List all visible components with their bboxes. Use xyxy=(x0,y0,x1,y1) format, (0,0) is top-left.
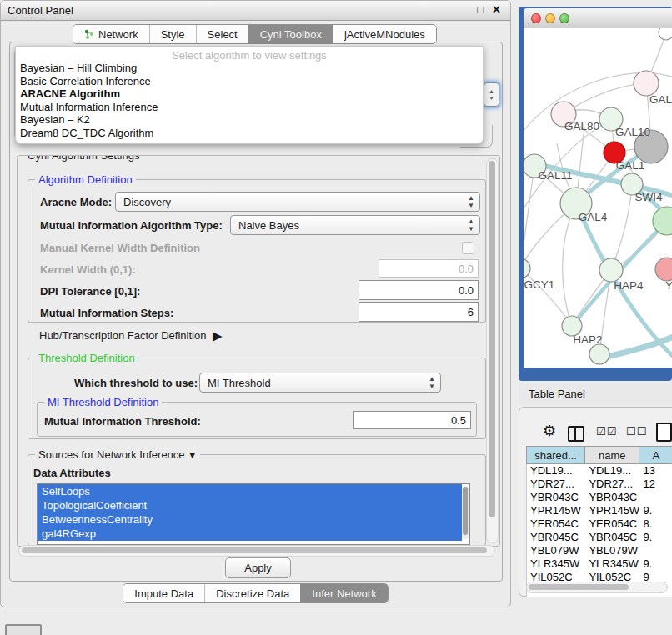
hub-definition-toggle[interactable]: Hub/Transcription Factor Definition ▶ xyxy=(39,328,219,342)
table-cell[interactable]: 8. xyxy=(640,518,672,531)
tab-impute-data[interactable]: Impute Data xyxy=(123,584,204,602)
tab-select[interactable]: Select xyxy=(196,25,248,43)
show-columns-icon[interactable] xyxy=(568,426,584,442)
table-row[interactable]: YLR345WYLR345W9. xyxy=(527,558,672,571)
table-cell[interactable]: YBR043C xyxy=(527,491,585,504)
network-canvas[interactable]: GALGAL80GAL10GAL1GAL11SWI4GAL4GCY1HAP4YH… xyxy=(524,28,672,368)
column-header-shared-[interactable]: shared... xyxy=(526,446,585,464)
table-cell[interactable]: YLR345W xyxy=(527,558,585,571)
minimized-panel-icon[interactable] xyxy=(5,624,42,635)
table-cell[interactable]: 12 xyxy=(640,478,672,491)
manual-kernel-width-checkbox[interactable] xyxy=(462,242,474,254)
control-panel-title: Control Panel xyxy=(8,4,73,17)
table-row[interactable]: YBR043CYBR043C xyxy=(527,491,672,504)
table-cell[interactable]: YBR043C xyxy=(585,491,639,504)
kernel-width-label: Kernel Width (0,1): xyxy=(40,263,136,276)
table-panel-titlebar[interactable]: Table Panel xyxy=(519,383,672,405)
mi-threshold-label: Mutual Information Threshold: xyxy=(44,415,201,428)
network-node-gal[interactable] xyxy=(634,71,659,96)
tab-infer-network[interactable]: Infer Network xyxy=(300,584,387,602)
table-cell[interactable]: YPR145W xyxy=(527,504,585,518)
focused-combo-stepper-icon[interactable]: ▲▼ xyxy=(484,82,499,107)
float-window-icon[interactable]: □ xyxy=(477,3,484,16)
table-cell[interactable]: 9. xyxy=(640,558,672,571)
table-cell[interactable]: YER054C xyxy=(585,518,639,531)
settings-vertical-scrollbar[interactable] xyxy=(486,158,499,543)
algorithm-option-basic-correlation-inference[interactable]: Basic Correlation Inference xyxy=(16,75,483,88)
table-row[interactable]: YDL19...YDL19...13 xyxy=(527,464,672,478)
close-icon[interactable]: ✕ xyxy=(492,3,501,16)
table-cell[interactable]: 13 xyxy=(640,464,672,478)
settings-horizontal-scrollbar[interactable] xyxy=(18,545,495,557)
gear-icon[interactable]: ⚙ xyxy=(543,422,556,439)
unselect-all-columns-icon[interactable]: ☐☐ xyxy=(626,425,647,438)
table-cell[interactable]: 9. xyxy=(640,504,672,518)
table-row[interactable]: YDR27...YDR27...12 xyxy=(527,478,672,491)
algorithm-option-aracne-algorithm[interactable]: ARACNE Algorithm xyxy=(16,88,483,101)
network-node[interactable] xyxy=(659,28,672,40)
table-cell[interactable]: 9. xyxy=(640,531,672,544)
table-cell[interactable]: YBR045C xyxy=(527,531,585,544)
table-row[interactable]: YER054CYER054C8. xyxy=(527,518,672,531)
algorithm-option-mutual-information-inference[interactable]: Mutual Information Inference xyxy=(16,101,483,114)
table-cell[interactable]: YDL19... xyxy=(527,464,585,478)
table-cell[interactable]: YDL19... xyxy=(585,464,639,478)
table-row[interactable]: YBR045CYBR045C9. xyxy=(527,531,672,544)
network-window-titlebar[interactable] xyxy=(524,8,672,29)
table-horizontal-scrollbar[interactable] xyxy=(526,582,668,593)
sources-group-title[interactable]: Sources for Network Inference ▼ xyxy=(35,448,200,461)
table-cell[interactable] xyxy=(640,491,672,504)
column-header-a[interactable]: A xyxy=(639,446,672,464)
attribute-option-topologicalcoefficient[interactable]: TopologicalCoefficient xyxy=(38,498,462,512)
column-header-name[interactable]: name xyxy=(585,446,640,464)
apply-button[interactable]: Apply xyxy=(225,558,291,578)
node-label: HAP4 xyxy=(614,279,644,292)
network-node-y[interactable] xyxy=(655,258,672,281)
which-threshold-select[interactable]: MI Threshold ▲▼ xyxy=(199,372,441,392)
new-table-icon[interactable] xyxy=(656,422,672,442)
mi-threshold-field[interactable]: 0.5 xyxy=(353,411,471,429)
table-body: YDL19...YDL19...13YDR27...YDR27...12YBR0… xyxy=(526,464,672,598)
aracne-mode-select[interactable]: Discovery ▲▼ xyxy=(115,192,480,212)
data-attributes-list[interactable]: SelfLoopsTopologicalCoefficientBetweenne… xyxy=(37,483,470,545)
table-row[interactable]: YBL079WYBL079W xyxy=(527,544,672,558)
attribute-option-selfloops[interactable]: SelfLoops xyxy=(38,484,462,498)
table-row[interactable]: YPR145WYPR145W9. xyxy=(527,504,672,518)
algorithm-option-dream8-dc-tdc-algorithm[interactable]: Dream8 DC_TDC Algorithm xyxy=(16,127,483,140)
table-cell[interactable]: YDR27... xyxy=(527,478,585,491)
algorithm-option-bayesian-hill-climbing[interactable]: Bayesian – Hill Climbing xyxy=(16,62,483,75)
dpi-tolerance-value: 0.0 xyxy=(459,284,474,297)
table-cell[interactable]: YBL079W xyxy=(527,544,585,558)
mac-minimize-icon[interactable] xyxy=(545,13,555,23)
network-node-gcy1[interactable] xyxy=(524,258,530,278)
tab-network[interactable]: Network xyxy=(73,25,149,43)
table-cell[interactable]: YBL079W xyxy=(585,544,639,558)
tab-cyni-toolbox[interactable]: Cyni Toolbox xyxy=(248,25,333,43)
attributes-list-scrollbar[interactable] xyxy=(462,486,469,539)
mac-zoom-icon[interactable] xyxy=(559,13,569,23)
kernel-width-field[interactable]: 0.0 xyxy=(379,259,479,278)
table-cell[interactable]: YDR27... xyxy=(585,478,639,491)
table-cell[interactable] xyxy=(640,544,672,558)
control-panel-titlebar[interactable]: Control Panel □ ✕ xyxy=(1,1,510,21)
mi-steps-value: 6 xyxy=(468,306,474,318)
network-node[interactable] xyxy=(589,344,609,364)
attribute-option-gal4rgexp[interactable]: gal4RGexp xyxy=(38,527,462,541)
mac-close-icon[interactable] xyxy=(531,13,541,23)
dpi-tolerance-field[interactable]: 0.0 xyxy=(359,280,479,300)
tab-style[interactable]: Style xyxy=(149,25,196,43)
table-cell[interactable]: YBR045C xyxy=(585,531,639,544)
network-node-hap4[interactable] xyxy=(599,258,623,282)
table-cell[interactable]: YER054C xyxy=(527,518,585,531)
mi-steps-field[interactable]: 6 xyxy=(359,302,479,322)
tab-discretize-data[interactable]: Discretize Data xyxy=(204,584,300,602)
mi-algorithm-type-select[interactable]: Naive Bayes ▲▼ xyxy=(230,215,480,235)
select-all-columns-icon[interactable]: ☑☑ xyxy=(596,425,617,438)
table-cell[interactable]: YPR145W xyxy=(585,504,639,518)
network-edge xyxy=(563,203,576,326)
algorithm-option-bayesian-k2[interactable]: Bayesian – K2 xyxy=(16,113,483,127)
table-cell[interactable]: YLR345W xyxy=(585,558,639,571)
node-label: Y xyxy=(665,279,672,292)
tab-jactivemnodules[interactable]: jActiveMNodules xyxy=(333,25,436,43)
attribute-option-betweennesscentrality[interactable]: BetweennessCentrality xyxy=(38,512,462,527)
